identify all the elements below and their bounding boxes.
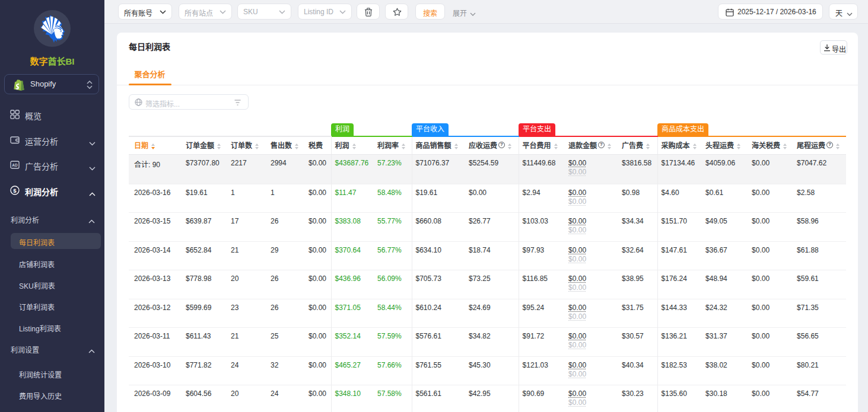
svg-text:$: $ (13, 187, 17, 194)
svg-text:AD: AD (12, 163, 18, 167)
